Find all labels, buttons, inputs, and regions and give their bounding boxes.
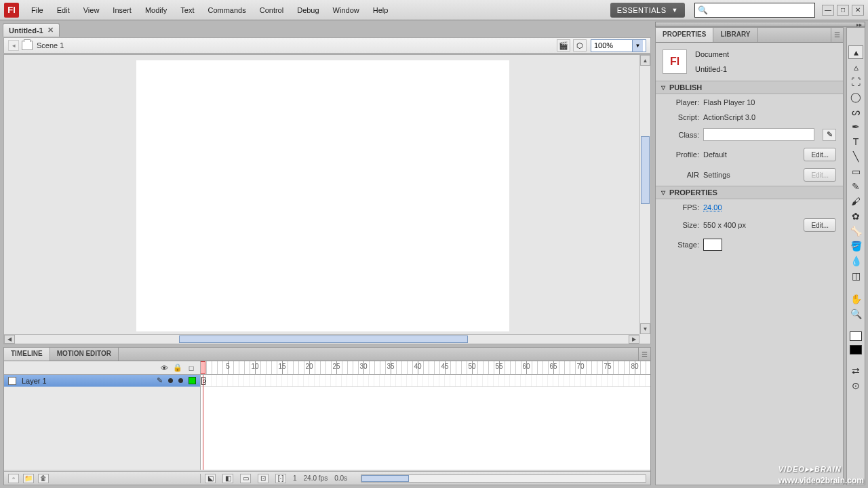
deco-tool[interactable]: ✿ (848, 209, 863, 223)
pen-tool[interactable]: ✒ (848, 120, 863, 134)
document-tab[interactable]: Untitled-1 ✕ (3, 23, 60, 37)
menu-debug[interactable]: Debug (290, 2, 326, 18)
bone-tool[interactable]: 🦴 (848, 224, 863, 238)
document-header: Fl Document Untitled-1 (656, 43, 843, 81)
air-value: Settings (703, 171, 730, 179)
layer-row[interactable]: Layer 1 ✎ (4, 375, 200, 387)
onion-skin-button[interactable]: ⬕ (205, 474, 216, 483)
pencil-tool[interactable]: ✎ (848, 180, 863, 193)
panel-collapse-strip[interactable]: ▸▸ (655, 22, 865, 27)
swap-colors-button[interactable]: ⇄ (848, 364, 863, 378)
stage-canvas[interactable] (136, 60, 509, 331)
delete-layer-button[interactable]: 🗑 (38, 474, 49, 483)
lock-dot[interactable] (178, 378, 183, 383)
scene-back-button[interactable]: ◂ (8, 40, 19, 51)
minimize-button[interactable]: — (822, 5, 834, 16)
close-icon[interactable]: ✕ (47, 26, 54, 35)
menu-file[interactable]: File (24, 2, 50, 18)
scroll-thumb[interactable] (361, 475, 409, 482)
tab-timeline[interactable]: TIMELINE (4, 348, 50, 361)
scroll-right-button[interactable]: ▶ (629, 335, 639, 344)
ruler-tick-label: 35 (387, 363, 394, 370)
paint-bucket-tool[interactable]: 🪣 (848, 239, 863, 253)
timeline-hscroll[interactable] (361, 474, 646, 483)
workspace-dropdown[interactable]: ESSENTIALS ▼ (610, 3, 685, 18)
frame-row[interactable] (201, 375, 650, 387)
hand-tool[interactable]: ✋ (848, 292, 863, 306)
timeline-ruler[interactable]: 5101520253035404550556065707580 (201, 361, 650, 374)
close-button[interactable]: ✕ (852, 5, 864, 16)
section-properties[interactable]: ▽ PROPERTIES (656, 186, 843, 199)
tab-motion-editor[interactable]: MOTION EDITOR (50, 348, 119, 361)
fill-color-swatch[interactable] (850, 345, 862, 354)
visibility-dot[interactable] (168, 378, 173, 383)
stage-color-swatch[interactable] (703, 239, 722, 251)
class-input[interactable] (703, 128, 814, 141)
layer-name: Layer 1 (22, 377, 151, 385)
edit-profile-button[interactable]: Edit... (804, 148, 836, 161)
search-input[interactable]: 🔍 (694, 3, 815, 18)
script-value: ActionScript 3.0 (703, 113, 755, 121)
ruler-tick-label: 80 (631, 363, 638, 370)
zoom-tool[interactable]: 🔍 (848, 307, 863, 321)
stage-area: ▲ ▼ ◀ ▶ (3, 54, 651, 344)
tab-library[interactable]: LIBRARY (713, 28, 757, 42)
section-publish[interactable]: ▽ PUBLISH (656, 81, 843, 94)
line-tool[interactable]: ╲ (848, 150, 863, 163)
loop-button[interactable]: [·] (275, 474, 286, 483)
edit-size-button[interactable]: Edit... (804, 218, 836, 232)
snap-button[interactable]: ⊙ (848, 379, 863, 392)
edit-frames-button[interactable]: ▭ (240, 474, 251, 483)
new-layer-button[interactable]: ▫ (8, 474, 19, 483)
eye-icon[interactable]: 👁 (159, 363, 169, 373)
scroll-up-button[interactable]: ▲ (640, 55, 650, 66)
outline-color-swatch[interactable] (189, 377, 196, 384)
free-transform-tool[interactable]: ⛶ (848, 75, 863, 89)
tab-properties[interactable]: PROPERTIES (656, 28, 713, 42)
fps-value[interactable]: 24.00 (703, 203, 722, 211)
playhead[interactable] (201, 361, 205, 374)
3d-rotation-tool[interactable]: ◯ (848, 90, 863, 104)
search-icon: 🔍 (698, 5, 708, 15)
onion-outline-button[interactable]: ◧ (222, 474, 233, 483)
subselection-tool[interactable]: ▵ (848, 60, 863, 74)
menu-control[interactable]: Control (253, 2, 290, 18)
frames-area[interactable] (201, 375, 650, 470)
vertical-scrollbar[interactable]: ▲ ▼ (639, 55, 650, 334)
panel-menu-button[interactable]: ☰ (638, 348, 650, 361)
center-frame-button[interactable]: ⊡ (258, 474, 269, 483)
edit-class-button[interactable]: ✎ (823, 129, 836, 141)
menu-edit[interactable]: Edit (50, 2, 77, 18)
menu-text[interactable]: Text (174, 2, 201, 18)
text-tool[interactable]: T (848, 135, 863, 148)
horizontal-scrollbar[interactable]: ◀ ▶ (4, 334, 639, 344)
menu-insert[interactable]: Insert (106, 2, 138, 18)
menu-window[interactable]: Window (326, 2, 366, 18)
menu-view[interactable]: View (77, 2, 106, 18)
lasso-tool[interactable]: ᔕ (848, 105, 863, 119)
new-folder-button[interactable]: 📁 (23, 474, 34, 483)
zoom-input[interactable]: 100% ▼ (591, 39, 646, 52)
lock-icon[interactable]: 🔒 (173, 363, 182, 373)
eyedropper-tool[interactable]: 💧 (848, 254, 863, 268)
brush-tool[interactable]: 🖌 (848, 195, 863, 208)
outline-icon[interactable]: □ (186, 363, 196, 373)
menu-modify[interactable]: Modify (138, 2, 174, 18)
menu-help[interactable]: Help (366, 2, 395, 18)
scroll-thumb[interactable] (641, 136, 650, 204)
eraser-tool[interactable]: ◫ (848, 269, 863, 283)
scroll-down-button[interactable]: ▼ (640, 323, 650, 334)
menu-commands[interactable]: Commands (201, 2, 252, 18)
keyframe[interactable] (201, 377, 205, 385)
selection-tool[interactable]: ▴ (848, 45, 863, 59)
chevron-down-icon[interactable]: ▼ (632, 40, 643, 52)
document-tab-bar: Untitled-1 ✕ (3, 23, 60, 37)
scroll-left-button[interactable]: ◀ (4, 335, 15, 344)
maximize-button[interactable]: □ (837, 5, 849, 16)
panel-menu-button[interactable]: ☰ (831, 28, 843, 42)
rectangle-tool[interactable]: ▭ (848, 165, 863, 178)
edit-symbols-button[interactable]: ⬡ (573, 39, 587, 52)
scroll-thumb[interactable] (179, 336, 468, 343)
stroke-color-swatch[interactable] (850, 331, 862, 341)
edit-scene-button[interactable]: 🎬 (557, 39, 570, 52)
